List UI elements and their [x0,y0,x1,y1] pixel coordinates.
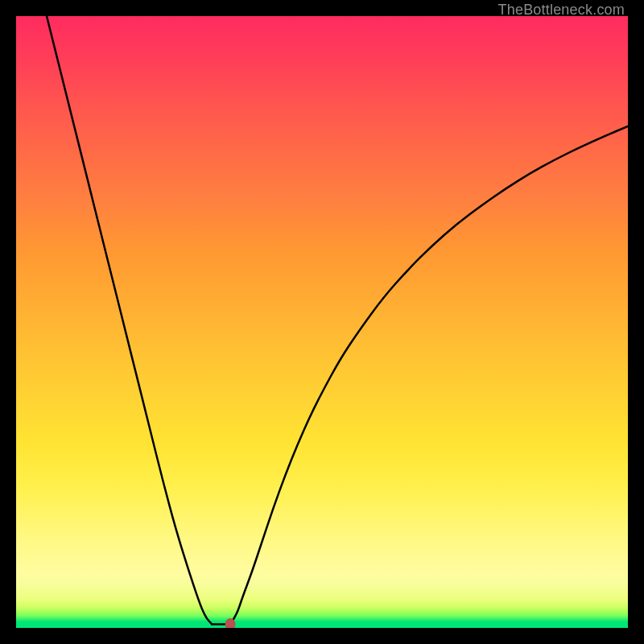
right-branch-path [230,126,628,625]
chart-container: TheBottleneck.com [0,0,644,644]
watermark-text: TheBottleneck.com [498,2,625,19]
curve-svg [16,16,628,628]
left-branch-path [47,16,212,624]
